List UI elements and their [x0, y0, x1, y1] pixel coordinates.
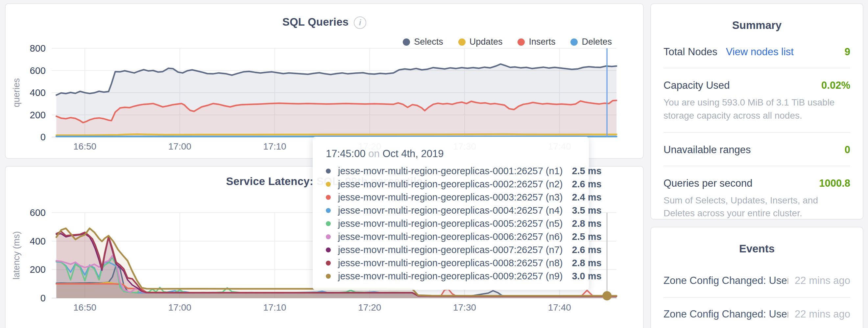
node-color-dot-icon — [326, 274, 331, 279]
tooltip-node-row: jesse-movr-multi-region-georeplicas-0004… — [326, 204, 576, 217]
svg-text:17:30: 17:30 — [453, 302, 476, 313]
tooltip-node-row: jesse-movr-multi-region-georeplicas-0001… — [326, 164, 576, 177]
event-time: 22 mins ago — [795, 308, 850, 320]
tooltip-on-word: on — [368, 148, 382, 159]
sql-queries-chart[interactable]: 020040060080016:5017:0017:1017:2017:3017… — [6, 4, 644, 159]
tooltip-node-row: jesse-movr-multi-region-georeplicas-0008… — [326, 256, 576, 269]
area-Inserts — [56, 101, 617, 137]
svg-text:0: 0 — [40, 293, 46, 303]
node-color-dot-icon — [326, 208, 331, 213]
node-latency-value: 3.5 ms — [572, 205, 601, 216]
hover-point-dot — [602, 291, 612, 300]
tooltip-date: Oct 4th, 2019 — [382, 148, 443, 159]
svg-text:200: 200 — [30, 110, 46, 120]
node-name: jesse-movr-multi-region-georeplicas-0007… — [338, 244, 563, 255]
y-axis-labels: 0200400600 — [30, 207, 46, 303]
tooltip-node-row: jesse-movr-multi-region-georeplicas-0009… — [326, 269, 576, 283]
node-name: jesse-movr-multi-region-georeplicas-0005… — [338, 218, 563, 229]
svg-text:200: 200 — [30, 264, 46, 275]
node-color-dot-icon — [326, 248, 331, 253]
summary-value: 1000.8 — [819, 177, 850, 189]
events-title: Events — [651, 227, 863, 255]
summary-label: Total Nodes — [663, 46, 717, 58]
y-axis-labels: 0200400600800 — [30, 43, 46, 142]
svg-text:400: 400 — [30, 236, 46, 247]
series-areas — [56, 64, 617, 137]
node-latency-value: 2.6 ms — [572, 179, 601, 190]
tooltip-time: 17:45:00 — [326, 148, 366, 159]
node-name: jesse-movr-multi-region-georeplicas-0008… — [338, 258, 563, 268]
node-name: jesse-movr-multi-region-georeplicas-0003… — [338, 192, 563, 203]
svg-text:17:00: 17:00 — [168, 141, 191, 152]
tooltip-node-row: jesse-movr-multi-region-georeplicas-0007… — [326, 243, 576, 256]
tooltip-node-row: jesse-movr-multi-region-georeplicas-0005… — [326, 217, 576, 230]
node-name: jesse-movr-multi-region-georeplicas-0002… — [338, 179, 563, 190]
summary-value: 0 — [845, 144, 850, 156]
node-name: jesse-movr-multi-region-georeplicas-0001… — [338, 166, 563, 176]
node-color-dot-icon — [326, 195, 331, 200]
node-latency-value: 2.6 ms — [572, 244, 601, 255]
tooltip-header: 17:45:00 on Oct 4th, 2019 — [326, 148, 576, 160]
svg-text:17:00: 17:00 — [168, 302, 191, 313]
node-latency-value: 2.5 ms — [572, 166, 601, 176]
event-label: Zone Config Changed: User… — [663, 308, 788, 320]
summary-row: Queries per second1000.8Sum of Selects, … — [663, 166, 850, 231]
svg-text:600: 600 — [30, 65, 46, 76]
y-axis-unit-label: latency (ms) — [11, 231, 21, 280]
node-color-dot-icon — [326, 182, 331, 187]
x-axis-labels: 16:5017:0017:1017:2017:3017:40 — [73, 302, 571, 313]
event-rows: Zone Config Changed: User…22 mins agoZon… — [651, 255, 863, 328]
node-color-dot-icon — [326, 234, 331, 239]
tooltip-node-row: jesse-movr-multi-region-georeplicas-0003… — [326, 191, 576, 204]
summary-label: Queries per second — [663, 177, 753, 189]
summary-value: 0.02% — [821, 79, 850, 91]
node-color-dot-icon — [326, 261, 331, 266]
svg-text:800: 800 — [30, 43, 46, 54]
node-latency-value: 2.5 ms — [572, 231, 601, 242]
summary-label: Unavailable ranges — [663, 144, 751, 156]
node-name: jesse-movr-multi-region-georeplicas-0009… — [338, 271, 563, 282]
svg-text:17:10: 17:10 — [263, 141, 286, 152]
event-label: Zone Config Changed: User… — [663, 275, 788, 287]
svg-text:16:50: 16:50 — [73, 141, 96, 152]
svg-text:600: 600 — [30, 207, 46, 218]
view-nodes-list-link[interactable]: View nodes list — [726, 46, 794, 58]
summary-row: Capacity Used0.02%You are using 593.0 Mi… — [663, 68, 850, 133]
node-latency-value: 3.0 ms — [572, 271, 601, 282]
summary-row: Unavailable ranges0 — [663, 133, 850, 166]
svg-text:17:40: 17:40 — [548, 302, 571, 313]
event-row[interactable]: Zone Config Changed: User…22 mins ago — [663, 298, 850, 328]
svg-text:0: 0 — [40, 132, 46, 142]
event-row[interactable]: Zone Config Changed: User…22 mins ago — [663, 264, 850, 298]
event-time: 22 mins ago — [795, 275, 850, 287]
node-latency-value: 2.8 ms — [572, 258, 601, 268]
node-color-dot-icon — [326, 221, 331, 226]
chart-hover-tooltip: 17:45:00 on Oct 4th, 2019 jesse-movr-mul… — [313, 137, 589, 290]
summary-title: Summary — [651, 4, 863, 32]
node-name: jesse-movr-multi-region-georeplicas-0006… — [338, 231, 563, 242]
svg-text:17:20: 17:20 — [358, 302, 381, 313]
sql-queries-panel: SQL Queriesi SelectsUpdatesInsertsDelete… — [5, 3, 644, 159]
svg-text:400: 400 — [30, 88, 46, 98]
node-latency-value: 2.4 ms — [572, 192, 601, 203]
y-axis-unit-label: queries — [11, 78, 21, 107]
tooltip-node-row: jesse-movr-multi-region-georeplicas-0006… — [326, 230, 576, 243]
events-panel: Events Zone Config Changed: User…22 mins… — [650, 227, 863, 328]
summary-subtext: You are using 593.0 MiB of 3.1 TiB usabl… — [663, 96, 850, 122]
tooltip-node-list: jesse-movr-multi-region-georeplicas-0001… — [326, 164, 576, 283]
svg-text:16:50: 16:50 — [73, 302, 96, 313]
summary-value: 9 — [845, 46, 850, 58]
tooltip-node-row: jesse-movr-multi-region-georeplicas-0002… — [326, 177, 576, 191]
node-name: jesse-movr-multi-region-georeplicas-0004… — [338, 205, 563, 216]
summary-label: Capacity Used — [663, 79, 730, 91]
svg-text:17:10: 17:10 — [263, 302, 286, 313]
summary-row: Total NodesView nodes list9 — [663, 35, 850, 68]
summary-subtext: Sum of Selects, Updates, Inserts, and De… — [663, 194, 850, 220]
node-color-dot-icon — [326, 169, 331, 173]
node-latency-value: 2.8 ms — [572, 218, 601, 229]
summary-panel: Summary Total NodesView nodes list9Capac… — [650, 3, 863, 220]
